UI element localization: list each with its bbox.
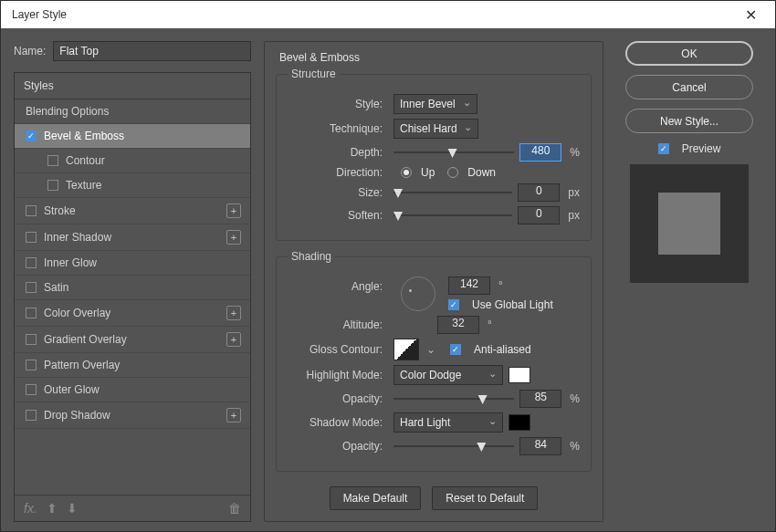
shading-legend: Shading bbox=[288, 250, 335, 263]
style-checkbox[interactable] bbox=[26, 308, 37, 318]
style-item-label: Bevel & Emboss bbox=[44, 130, 124, 142]
size-label: Size: bbox=[288, 186, 388, 199]
add-effect-icon[interactable]: + bbox=[226, 203, 241, 218]
shadow-opacity-input[interactable]: 84 bbox=[519, 437, 561, 455]
add-effect-icon[interactable]: + bbox=[226, 408, 241, 422]
angle-input[interactable]: 142 bbox=[448, 276, 490, 295]
preview-label: Preview bbox=[682, 142, 721, 155]
style-checkbox[interactable] bbox=[26, 205, 37, 216]
shadow-mode-label: Shadow Mode: bbox=[288, 416, 388, 429]
style-item-label: Texture bbox=[66, 179, 101, 192]
fx-icon[interactable]: fx. bbox=[24, 501, 37, 516]
name-input[interactable] bbox=[53, 41, 251, 61]
styles-header: Styles bbox=[15, 73, 250, 99]
style-checkbox[interactable] bbox=[47, 155, 58, 166]
name-label: Name: bbox=[14, 45, 46, 57]
style-checkbox[interactable] bbox=[26, 410, 37, 421]
trash-icon[interactable]: 🗑 bbox=[228, 501, 241, 516]
style-item-contour[interactable]: Contour bbox=[15, 149, 250, 173]
highlight-opacity-input[interactable]: 85 bbox=[519, 390, 561, 408]
style-item-label: Stroke bbox=[44, 204, 76, 217]
style-item-label: Inner Shadow bbox=[44, 231, 111, 244]
style-item-blending-options[interactable]: Blending Options bbox=[15, 99, 250, 124]
highlight-mode-label: Highlight Mode: bbox=[288, 369, 388, 381]
highlight-opacity-label: Opacity: bbox=[288, 392, 388, 405]
style-item-bevel-emboss[interactable]: ✓Bevel & Emboss bbox=[15, 124, 250, 149]
style-checkbox[interactable] bbox=[26, 257, 37, 268]
shadow-opacity-slider[interactable] bbox=[393, 442, 514, 451]
gloss-contour-picker[interactable] bbox=[393, 339, 419, 360]
dialog-title: Layer Style bbox=[12, 8, 67, 21]
style-checkbox[interactable]: ✓ bbox=[26, 130, 37, 141]
soften-label: Soften: bbox=[288, 209, 388, 222]
title-bar: Layer Style ✕ bbox=[1, 1, 775, 28]
shadow-opacity-label: Opacity: bbox=[288, 440, 388, 453]
style-item-stroke[interactable]: Stroke+ bbox=[15, 198, 250, 224]
reset-to-default-button[interactable]: Reset to Default bbox=[432, 486, 538, 510]
style-checkbox[interactable] bbox=[26, 232, 37, 243]
add-effect-icon[interactable]: + bbox=[226, 230, 241, 245]
style-item-inner-glow[interactable]: Inner Glow bbox=[15, 251, 250, 276]
style-item-texture[interactable]: Texture bbox=[15, 173, 250, 198]
highlight-mode-select[interactable]: Color Dodge bbox=[393, 365, 503, 385]
technique-select[interactable]: Chisel Hard bbox=[393, 119, 478, 139]
style-item-label: Color Overlay bbox=[44, 307, 110, 319]
highlight-opacity-slider[interactable] bbox=[393, 394, 514, 403]
close-icon[interactable]: ✕ bbox=[738, 3, 764, 27]
highlight-color-swatch[interactable] bbox=[509, 367, 530, 383]
direction-label: Direction: bbox=[288, 166, 388, 179]
styles-panel: Styles Blending Options✓Bevel & EmbossCo… bbox=[14, 72, 251, 522]
style-checkbox[interactable] bbox=[26, 334, 37, 345]
shadow-mode-select[interactable]: Hard Light bbox=[393, 412, 503, 433]
style-item-label: Gradient Overlay bbox=[44, 333, 127, 346]
global-light-checkbox[interactable]: ✓ bbox=[448, 299, 459, 310]
style-checkbox[interactable] bbox=[26, 384, 37, 395]
chevron-down-icon[interactable]: ⌄ bbox=[426, 343, 435, 356]
style-item-outer-glow[interactable]: Outer Glow bbox=[15, 378, 250, 402]
size-input[interactable]: 0 bbox=[518, 183, 560, 202]
depth-input[interactable]: 480 bbox=[519, 143, 561, 162]
new-style-button[interactable]: New Style... bbox=[625, 109, 753, 133]
soften-slider[interactable] bbox=[393, 211, 512, 220]
add-effect-icon[interactable]: + bbox=[226, 306, 241, 320]
depth-slider[interactable] bbox=[393, 148, 514, 157]
structure-group: Structure Style: Inner Bevel Technique: … bbox=[276, 68, 592, 241]
gloss-contour-label: Gloss Contour: bbox=[288, 343, 388, 356]
style-item-label: Blending Options bbox=[26, 105, 109, 118]
style-item-color-overlay[interactable]: Color Overlay+ bbox=[15, 300, 250, 327]
panel-title: Bevel & Emboss bbox=[279, 51, 592, 64]
style-item-label: Drop Shadow bbox=[44, 409, 110, 422]
altitude-input[interactable]: 32 bbox=[437, 316, 479, 334]
style-item-label: Outer Glow bbox=[44, 383, 100, 396]
make-default-button[interactable]: Make Default bbox=[330, 486, 422, 510]
style-checkbox[interactable] bbox=[26, 282, 37, 293]
add-effect-icon[interactable]: + bbox=[226, 332, 241, 347]
style-item-inner-shadow[interactable]: Inner Shadow+ bbox=[15, 224, 250, 251]
altitude-label: Altitude: bbox=[288, 318, 388, 331]
structure-legend: Structure bbox=[288, 68, 340, 80]
style-checkbox[interactable] bbox=[47, 180, 58, 191]
move-up-icon[interactable]: ⬆ bbox=[47, 501, 58, 516]
style-checkbox[interactable] bbox=[26, 360, 37, 370]
style-item-gradient-overlay[interactable]: Gradient Overlay+ bbox=[15, 327, 250, 353]
preview-checkbox[interactable]: ✓ bbox=[658, 143, 669, 154]
angle-dial[interactable] bbox=[401, 276, 435, 311]
style-item-drop-shadow[interactable]: Drop Shadow+ bbox=[15, 402, 250, 429]
style-item-label: Contour bbox=[66, 154, 105, 167]
soften-input[interactable]: 0 bbox=[518, 206, 560, 224]
ok-button[interactable]: OK bbox=[625, 41, 753, 66]
style-select[interactable]: Inner Bevel bbox=[393, 94, 477, 114]
anti-aliased-checkbox[interactable]: ✓ bbox=[450, 344, 461, 355]
shadow-color-swatch[interactable] bbox=[509, 414, 530, 431]
depth-label: Depth: bbox=[288, 146, 388, 159]
direction-down-radio[interactable] bbox=[447, 167, 458, 178]
style-item-satin[interactable]: Satin bbox=[15, 276, 250, 300]
layer-style-dialog: Layer Style ✕ Name: Styles Blending Opti… bbox=[0, 0, 776, 532]
direction-up-radio[interactable] bbox=[401, 167, 412, 178]
style-item-label: Inner Glow bbox=[44, 256, 97, 269]
cancel-button[interactable]: Cancel bbox=[625, 75, 753, 99]
preview-thumbnail bbox=[630, 164, 749, 283]
style-item-pattern-overlay[interactable]: Pattern Overlay bbox=[15, 353, 250, 378]
size-slider[interactable] bbox=[393, 188, 512, 197]
move-down-icon[interactable]: ⬇ bbox=[67, 501, 78, 516]
